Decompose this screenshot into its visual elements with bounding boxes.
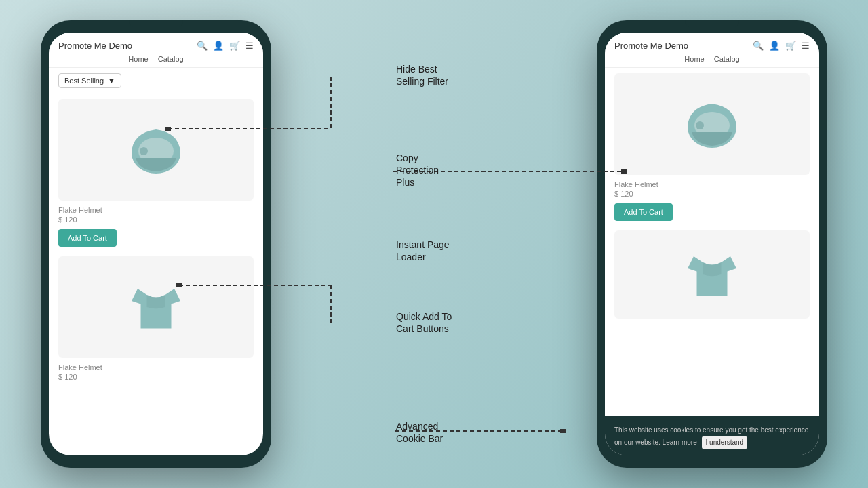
left-filter-bar: Best Selling ▼: [49, 68, 263, 94]
left-store-nav: Home Catalog: [58, 55, 254, 63]
svg-point-5: [696, 121, 704, 129]
right-menu-icon[interactable]: ☰: [802, 41, 810, 51]
left-nav-catalog[interactable]: Catalog: [158, 55, 184, 63]
right-phone-screen: Promote Me Demo 🔍 👤 🛒 ☰ Home Catalog: [605, 33, 819, 455]
chevron-down-icon: ▼: [108, 77, 115, 85]
left-product-name-1: Flake Helmet: [58, 206, 254, 214]
svg-rect-15: [560, 429, 566, 433]
right-product-image-2: [614, 230, 810, 319]
left-store-header: Promote Me Demo 🔍 👤 🛒 ☰ Home Catalog: [49, 33, 263, 68]
right-search-icon[interactable]: 🔍: [753, 41, 764, 51]
search-icon[interactable]: 🔍: [197, 41, 208, 51]
left-product-price-2: $ 120: [58, 373, 254, 381]
menu-icon[interactable]: ☰: [245, 41, 254, 51]
left-product-name-2: Flake Helmet: [58, 363, 254, 371]
right-add-to-cart-btn-1[interactable]: Add To Cart: [614, 203, 673, 221]
left-product-card-2: Flake Helmet $ 120: [58, 256, 254, 386]
left-add-to-cart-btn-1[interactable]: Add To Cart: [58, 229, 117, 247]
right-product-card-1: Flake Helmet $ 120 Add To Cart: [614, 73, 810, 221]
annotation-instant-page: Instant PageLoader: [396, 239, 450, 263]
right-store-nav: Home Catalog: [614, 55, 810, 63]
phone-notch-left: [129, 20, 183, 28]
right-store-icons: 🔍 👤 🛒 ☰: [753, 41, 810, 51]
right-product-price-1: $ 120: [614, 190, 810, 198]
right-product-list: Flake Helmet $ 120 Add To Cart: [605, 68, 819, 416]
right-phone: Promote Me Demo 🔍 👤 🛒 ☰ Home Catalog: [597, 20, 827, 468]
tshirt-image-1: [125, 277, 186, 338]
helmet-image-1: [122, 116, 190, 184]
right-tshirt-image: [682, 244, 743, 305]
left-product-image-1: [58, 99, 254, 201]
svg-point-2: [140, 147, 148, 155]
right-cart-icon[interactable]: 🛒: [785, 41, 796, 51]
cart-icon[interactable]: 🛒: [229, 41, 240, 51]
cookie-text: This website uses cookies to ensure you …: [614, 426, 808, 446]
left-nav-home[interactable]: Home: [128, 55, 148, 63]
right-product-card-2: [614, 230, 810, 324]
filter-label: Best Selling: [64, 77, 104, 85]
annotation-copy-protection: CopyProtectionPlus: [396, 152, 439, 189]
right-helmet-image-1: [678, 90, 746, 158]
best-selling-filter[interactable]: Best Selling ▼: [58, 73, 121, 88]
left-store-icons: 🔍 👤 🛒 ☰: [197, 41, 254, 51]
right-product-image-1: [614, 73, 810, 175]
right-nav-catalog[interactable]: Catalog: [714, 55, 740, 63]
annotation-hide-filter: Hide BestSelling Filter: [396, 63, 448, 87]
left-phone: Promote Me Demo 🔍 👤 🛒 ☰ Home Catalog Be: [41, 20, 271, 468]
right-cookie-bar: This website uses cookies to ensure you …: [605, 416, 819, 455]
left-product-list: Flake Helmet $ 120 Add To Cart Flake Hel…: [49, 94, 263, 455]
right-user-icon[interactable]: 👤: [769, 41, 780, 51]
cookie-understand-btn[interactable]: I understand: [702, 436, 748, 449]
phone-notch-right: [685, 20, 739, 28]
right-nav-home[interactable]: Home: [684, 55, 704, 63]
right-store-header: Promote Me Demo 🔍 👤 🛒 ☰ Home Catalog: [605, 33, 819, 68]
left-phone-screen: Promote Me Demo 🔍 👤 🛒 ☰ Home Catalog Be: [49, 33, 263, 455]
annotation-cookie-bar: AdvancedCookie Bar: [396, 420, 443, 445]
right-store-title: Promote Me Demo: [614, 41, 688, 51]
annotation-quick-add: Quick Add ToCart Buttons: [396, 310, 452, 335]
left-store-title: Promote Me Demo: [58, 41, 132, 51]
right-product-name-1: Flake Helmet: [614, 180, 810, 188]
left-product-image-2: [58, 256, 254, 358]
user-icon[interactable]: 👤: [213, 41, 224, 51]
left-product-price-1: $ 120: [58, 216, 254, 224]
left-product-card-1: Flake Helmet $ 120 Add To Cart: [58, 99, 254, 247]
scene: Promote Me Demo 🔍 👤 🛒 ☰ Home Catalog Be: [0, 0, 868, 488]
